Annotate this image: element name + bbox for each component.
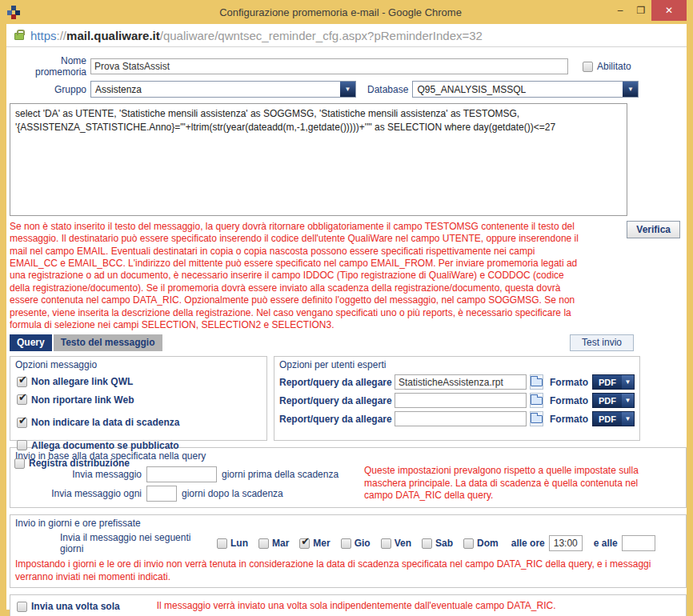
mar-checkbox[interactable] (258, 538, 269, 549)
report-row: Report/query da allegare Formato PDF ▼ (279, 374, 635, 390)
query-help-text: Se non è stato inserito il testo del mes… (10, 221, 581, 331)
no-due-date-checkbox[interactable] (17, 418, 27, 428)
group-select-value: Assistenza (91, 82, 340, 97)
name-input[interactable] (90, 58, 568, 74)
report-row: Report/query da allegare Formato PDF ▼ (279, 411, 635, 426)
page-content: Nome promemoria Abilitato Gruppo Assiste… (6, 47, 687, 610)
expert-options-box: Opzioni per utenti esperti Report/query … (274, 356, 640, 441)
time1-label: alle ore (511, 538, 545, 549)
report-1-input[interactable] (395, 374, 527, 390)
group-select[interactable]: Assistenza ▼ (90, 81, 356, 98)
attach-if-published-checkbox[interactable] (17, 440, 27, 450)
database-select[interactable]: Q95_ANALYSIS_MSSQL ▼ (412, 81, 639, 98)
browse-report-3-button[interactable] (530, 411, 543, 426)
time2-label: e alle (594, 538, 618, 549)
verify-button[interactable]: Verifica (627, 221, 680, 238)
send-after-suffix: giorni dopo la scadenza (182, 488, 283, 499)
title-bar: Configurazione promemoria e-mail - Googl… (0, 0, 693, 24)
no-web-link-checkbox[interactable] (17, 394, 27, 405)
sab-checkbox[interactable] (422, 538, 432, 549)
browse-report-2-button[interactable] (530, 393, 543, 408)
dom-checkbox[interactable] (463, 538, 474, 549)
lun-checkbox[interactable] (217, 538, 227, 549)
day-mer[interactable]: Mer (299, 538, 330, 549)
send-before-suffix: giorni prima della scadenza (222, 469, 338, 480)
database-label: Database (367, 84, 408, 95)
time2-input[interactable] (622, 535, 655, 551)
register-distribution-checkbox[interactable] (14, 458, 25, 469)
send-once-checkbox[interactable] (17, 602, 27, 612)
option-attach-if-published[interactable]: Allega documento se pubblicato (17, 440, 179, 451)
report-3-input[interactable] (395, 411, 527, 426)
query-textarea[interactable]: select 'DA' as UTENTE, 'Statistiche mens… (10, 103, 627, 216)
message-options-box: Opzioni messaggio Non allegare link QWL … (10, 356, 267, 441)
folder-icon (531, 378, 543, 386)
report-row: Report/query da allegare Formato PDF ▼ (279, 393, 635, 408)
url-protocol: https (30, 29, 57, 42)
day-gio[interactable]: Gio (341, 538, 371, 549)
enabled-checkbox[interactable] (583, 62, 593, 72)
send-once-note: Il messaggio verrà inviato una volta sol… (157, 600, 556, 613)
day-mar[interactable]: Mar (258, 538, 289, 549)
folder-icon (531, 415, 543, 423)
send-once-label: Invia una volta sola (31, 601, 120, 612)
fixed-schedule-title: Invio in giorni e ore prefissate (10, 515, 686, 530)
send-once-box: Invia una volta sola Il messaggio verrà … (10, 594, 687, 616)
tab-message-text[interactable]: Testo del messaggio (54, 334, 162, 351)
fixed-schedule-label: Invia il messaggio nei seguenti giorni (60, 532, 217, 554)
minimize-button[interactable]: – (610, 0, 631, 21)
database-select-value: Q95_ANALYSIS_MSSQL (413, 82, 623, 97)
folder-icon (531, 397, 543, 405)
report-2-input[interactable] (395, 393, 527, 408)
url-text[interactable]: https://mail.qualiware.it/qualiware/qwnt… (30, 29, 483, 42)
send-by-date-title: Invio in base alla data specificata nell… (10, 448, 686, 462)
expert-options-title: Opzioni per utenti esperti (274, 357, 639, 371)
ssl-lock-icon[interactable] (14, 33, 24, 40)
chevron-down-icon: ▼ (622, 375, 634, 389)
message-options-title: Opzioni messaggio (10, 357, 266, 371)
chevron-down-icon: ▼ (622, 394, 634, 407)
browse-report-1-button[interactable] (530, 374, 543, 390)
chevron-down-icon: ▼ (623, 82, 638, 97)
window-title: Configurazione promemoria e-mail - Googl… (20, 6, 693, 18)
chevron-down-icon: ▼ (340, 82, 355, 97)
browser-popup-window: Configurazione promemoria e-mail - Googl… (0, 0, 693, 616)
url-host: mail.qualiware.it (66, 29, 160, 42)
no-qwl-link-checkbox[interactable] (17, 377, 27, 387)
mer-checkbox[interactable] (299, 538, 310, 549)
send-by-date-note: Queste impostazioni prevalgono rispetto … (364, 465, 646, 502)
day-ven[interactable]: Ven (381, 538, 411, 549)
send-before-label: Invia messaggio (15, 469, 142, 480)
time1-input[interactable] (549, 535, 583, 551)
option-no-web-link[interactable]: Non riportare link Web (17, 394, 134, 406)
format-3-select[interactable]: PDF ▼ (592, 411, 635, 426)
enabled-label: Abilitato (597, 61, 631, 72)
fixed-schedule-note: Impostando i giorni e le ore di invio no… (10, 556, 686, 587)
qualiware-favicon-icon (7, 6, 20, 18)
gio-checkbox[interactable] (341, 538, 351, 549)
fixed-schedule-box: Invio in giorni e ore prefissate Invia i… (10, 514, 687, 588)
days-after-input[interactable] (146, 486, 177, 502)
day-lun[interactable]: Lun (217, 538, 248, 549)
group-label: Gruppo (10, 84, 86, 95)
days-before-input[interactable] (146, 466, 217, 482)
option-no-qwl-link[interactable]: Non allegare link QWL (17, 376, 154, 387)
url-separator: :// (57, 29, 67, 42)
day-sab[interactable]: Sab (422, 538, 453, 549)
format-1-select[interactable]: PDF ▼ (592, 374, 635, 390)
format-2-select[interactable]: PDF ▼ (592, 393, 635, 408)
option-no-due-date[interactable]: Non indicare la data di scadenza (17, 417, 179, 428)
close-button[interactable]: ✕ (651, 0, 687, 21)
send-after-label: Invia messaggio ogni (15, 488, 142, 499)
name-label: Nome promemoria (10, 55, 86, 78)
day-dom[interactable]: Dom (463, 538, 499, 549)
send-by-date-box: Invio in base alla data specificata nell… (10, 447, 687, 508)
ven-checkbox[interactable] (381, 538, 391, 549)
test-send-button[interactable]: Test invio (570, 334, 634, 351)
tab-strip: Query Testo del messaggio Test invio (10, 334, 682, 351)
url-path: /qualiware/qwntsec_reminder_cfg.aspx?pRe… (160, 29, 483, 42)
tab-query[interactable]: Query (10, 334, 52, 351)
url-bar[interactable]: https://mail.qualiware.it/qualiware/qwnt… (6, 24, 687, 47)
chevron-down-icon: ▼ (622, 412, 634, 426)
maximize-button[interactable]: ❐ (631, 0, 651, 21)
